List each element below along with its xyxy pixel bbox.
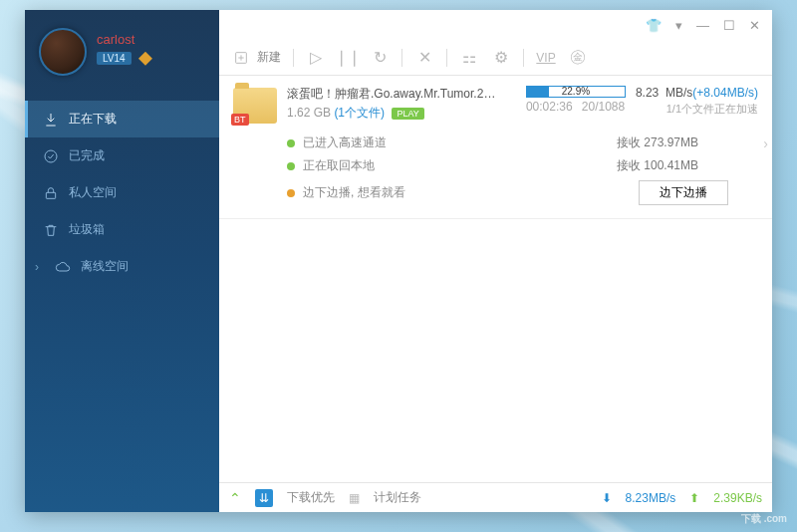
menu-icon[interactable]: ▾ — [675, 18, 682, 33]
progress: 22.9% 00:02:36 20/1088 — [526, 86, 626, 114]
cloud-icon — [55, 259, 71, 275]
maximize-button[interactable]: ☐ — [723, 18, 735, 33]
level-badge: LV14 — [97, 52, 132, 65]
separator — [523, 49, 524, 67]
close-button[interactable]: ✕ — [749, 18, 760, 33]
new-icon — [231, 48, 251, 68]
avatar[interactable] — [39, 28, 87, 76]
sidebar-item-label: 垃圾箱 — [69, 221, 105, 238]
user-profile[interactable]: carlost LV14 — [25, 10, 219, 86]
lock-icon — [43, 185, 59, 201]
sidebar-item-offline[interactable]: › 离线空间 — [25, 248, 219, 285]
pause-icon[interactable]: ❘❘ — [338, 48, 358, 68]
sidebar-item-label: 已完成 — [69, 147, 105, 164]
sidebar-item-trash[interactable]: 垃圾箱 — [25, 211, 219, 248]
delete-icon[interactable]: ✕ — [414, 48, 434, 68]
priority-label[interactable]: 下载优先 — [287, 489, 335, 506]
minimize-button[interactable]: — — [696, 18, 709, 33]
separator — [401, 49, 402, 67]
speed: 8.23 MB/s(+8.04MB/s) 1/1个文件正在加速 — [636, 86, 758, 117]
down-arrow-icon: ⬇ — [602, 491, 612, 505]
app-window: carlost LV14 正在下载 已完成 私人空间 垃圾箱 — [25, 10, 772, 512]
vip-icon[interactable]: VIP — [536, 48, 556, 68]
detail-line: 边下边播, 想看就看 边下边播 — [287, 177, 758, 208]
sidebar-item-label: 私人空间 — [69, 184, 117, 201]
progress-meta: 00:02:36 20/1088 — [526, 100, 626, 114]
trash-icon — [43, 222, 59, 238]
chevron-right-icon: › — [35, 260, 45, 274]
file-count-link[interactable]: (1个文件) — [334, 106, 385, 120]
progress-percent: 22.9% — [527, 87, 625, 97]
username: carlost — [97, 32, 152, 47]
detail-line: 正在取回本地 接收 100.41MB — [287, 154, 758, 177]
up-arrow-icon: ⬆ — [689, 491, 699, 505]
dot-green-icon — [287, 162, 295, 170]
skin-icon[interactable]: 👕 — [646, 18, 662, 33]
svg-rect-1 — [46, 192, 55, 198]
accel-status: 1/1个文件正在加速 — [636, 102, 758, 117]
schedule-icon[interactable]: ▦ — [349, 491, 360, 505]
sidebar: carlost LV14 正在下载 已完成 私人空间 垃圾箱 — [25, 10, 219, 512]
sidebar-item-private[interactable]: 私人空间 — [25, 174, 219, 211]
main-panel: 👕 ▾ — ☐ ✕ 新建 ▷ ❘❘ ↻ ✕ ⚏ ⚙ VIP ㊎ — [219, 10, 772, 512]
play-while-download-button[interactable]: 边下边播 — [639, 180, 728, 205]
check-icon — [43, 148, 59, 164]
sidebar-item-label: 正在下载 — [69, 111, 117, 128]
separator — [446, 49, 447, 67]
restart-icon[interactable]: ↻ — [370, 48, 390, 68]
sidebar-item-completed[interactable]: 已完成 — [25, 137, 219, 174]
bt-badge: BT — [231, 114, 249, 126]
play-badge[interactable]: PLAY — [392, 108, 423, 120]
settings-icon[interactable]: ⚙ — [491, 48, 511, 68]
sidebar-item-label: 离线空间 — [81, 258, 129, 275]
expand-icon[interactable]: ⌃ — [229, 490, 241, 506]
watermark: 9553下载 .com — [741, 495, 787, 526]
task-details: 已进入高速通道 接收 273.97MB 正在取回本地 接收 100.41MB 边… — [287, 132, 758, 208]
titlebar: 👕 ▾ — ☐ ✕ — [219, 10, 772, 40]
sidebar-menu: 正在下载 已完成 私人空间 垃圾箱 › 离线空间 — [25, 101, 219, 512]
diamond-icon — [138, 52, 152, 66]
download-icon — [43, 112, 59, 128]
grid-icon[interactable]: ⚏ — [459, 48, 479, 68]
status-bar: ⌃ ⇊ 下载优先 ▦ 计划任务 ⬇ 8.23MB/s ⬆ 2.39KB/s — [219, 482, 772, 512]
toolbar: 新建 ▷ ❘❘ ↻ ✕ ⚏ ⚙ VIP ㊎ — [219, 40, 772, 76]
play-icon[interactable]: ▷ — [306, 48, 326, 68]
priority-icon[interactable]: ⇊ — [255, 489, 273, 507]
task-list: BT 滚蛋吧！肿瘤君.Go.away.Mr.Tumor.2015... 1.62… — [219, 76, 772, 482]
chevron-right-icon[interactable]: › — [763, 135, 768, 151]
coin-icon[interactable]: ㊎ — [568, 48, 588, 68]
schedule-label[interactable]: 计划任务 — [374, 489, 421, 506]
folder-icon: BT — [233, 88, 277, 124]
dot-green-icon — [287, 139, 295, 147]
task-name: 滚蛋吧！肿瘤君.Go.away.Mr.Tumor.2015... — [287, 86, 496, 103]
sidebar-item-downloading[interactable]: 正在下载 — [25, 101, 219, 137]
dot-orange-icon — [287, 189, 295, 197]
svg-point-0 — [45, 150, 57, 162]
new-button[interactable]: 新建 — [231, 48, 281, 68]
task-row[interactable]: BT 滚蛋吧！肿瘤君.Go.away.Mr.Tumor.2015... 1.62… — [219, 76, 772, 219]
detail-line: 已进入高速通道 接收 273.97MB — [287, 132, 758, 154]
down-speed: 8.23MB/s — [626, 491, 676, 505]
task-size: 1.62 GB (1个文件) PLAY — [287, 105, 516, 122]
separator — [293, 49, 294, 67]
